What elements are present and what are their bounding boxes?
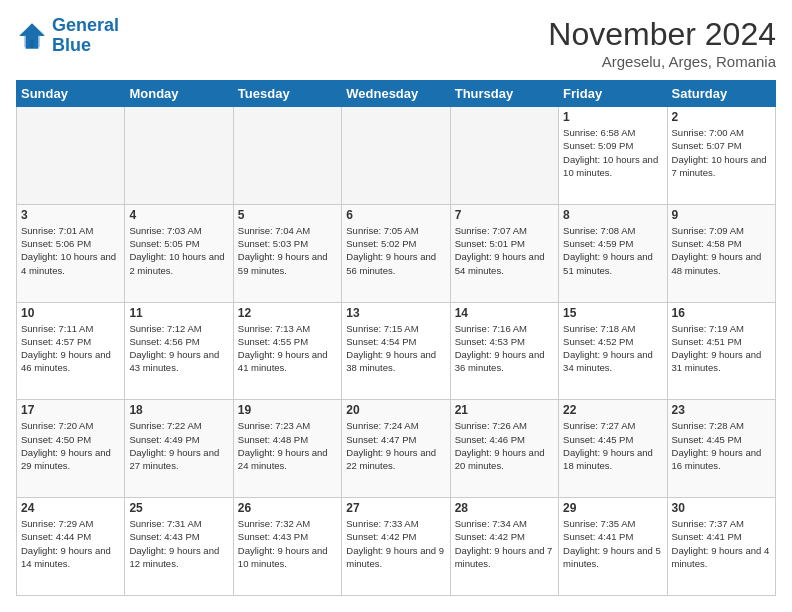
logo-text: General Blue [52, 16, 119, 56]
day-number: 30 [672, 501, 771, 515]
calendar-cell [450, 107, 558, 205]
day-info: Sunrise: 7:04 AM Sunset: 5:03 PM Dayligh… [238, 224, 337, 277]
calendar-cell: 11Sunrise: 7:12 AM Sunset: 4:56 PM Dayli… [125, 302, 233, 400]
day-info: Sunrise: 7:19 AM Sunset: 4:51 PM Dayligh… [672, 322, 771, 375]
calendar-header-row: SundayMondayTuesdayWednesdayThursdayFrid… [17, 81, 776, 107]
day-header-tuesday: Tuesday [233, 81, 341, 107]
calendar-cell: 29Sunrise: 7:35 AM Sunset: 4:41 PM Dayli… [559, 498, 667, 596]
day-number: 29 [563, 501, 662, 515]
day-info: Sunrise: 7:12 AM Sunset: 4:56 PM Dayligh… [129, 322, 228, 375]
calendar-week-2: 3Sunrise: 7:01 AM Sunset: 5:06 PM Daylig… [17, 204, 776, 302]
day-info: Sunrise: 7:16 AM Sunset: 4:53 PM Dayligh… [455, 322, 554, 375]
calendar-cell: 9Sunrise: 7:09 AM Sunset: 4:58 PM Daylig… [667, 204, 775, 302]
calendar-cell: 6Sunrise: 7:05 AM Sunset: 5:02 PM Daylig… [342, 204, 450, 302]
day-info: Sunrise: 7:29 AM Sunset: 4:44 PM Dayligh… [21, 517, 120, 570]
day-header-monday: Monday [125, 81, 233, 107]
day-info: Sunrise: 7:13 AM Sunset: 4:55 PM Dayligh… [238, 322, 337, 375]
day-info: Sunrise: 7:18 AM Sunset: 4:52 PM Dayligh… [563, 322, 662, 375]
day-info: Sunrise: 7:20 AM Sunset: 4:50 PM Dayligh… [21, 419, 120, 472]
calendar-cell: 7Sunrise: 7:07 AM Sunset: 5:01 PM Daylig… [450, 204, 558, 302]
calendar-cell: 8Sunrise: 7:08 AM Sunset: 4:59 PM Daylig… [559, 204, 667, 302]
calendar: SundayMondayTuesdayWednesdayThursdayFrid… [16, 80, 776, 596]
day-info: Sunrise: 7:28 AM Sunset: 4:45 PM Dayligh… [672, 419, 771, 472]
day-number: 4 [129, 208, 228, 222]
day-info: Sunrise: 7:00 AM Sunset: 5:07 PM Dayligh… [672, 126, 771, 179]
title-block: November 2024 Argeselu, Arges, Romania [548, 16, 776, 70]
day-info: Sunrise: 7:32 AM Sunset: 4:43 PM Dayligh… [238, 517, 337, 570]
calendar-cell: 14Sunrise: 7:16 AM Sunset: 4:53 PM Dayli… [450, 302, 558, 400]
calendar-cell: 22Sunrise: 7:27 AM Sunset: 4:45 PM Dayli… [559, 400, 667, 498]
header: General Blue November 2024 Argeselu, Arg… [16, 16, 776, 70]
day-number: 19 [238, 403, 337, 417]
page: General Blue November 2024 Argeselu, Arg… [0, 0, 792, 612]
calendar-cell: 27Sunrise: 7:33 AM Sunset: 4:42 PM Dayli… [342, 498, 450, 596]
day-number: 28 [455, 501, 554, 515]
calendar-cell [342, 107, 450, 205]
calendar-cell: 30Sunrise: 7:37 AM Sunset: 4:41 PM Dayli… [667, 498, 775, 596]
calendar-cell: 26Sunrise: 7:32 AM Sunset: 4:43 PM Dayli… [233, 498, 341, 596]
day-number: 15 [563, 306, 662, 320]
calendar-cell: 20Sunrise: 7:24 AM Sunset: 4:47 PM Dayli… [342, 400, 450, 498]
day-header-saturday: Saturday [667, 81, 775, 107]
day-number: 6 [346, 208, 445, 222]
calendar-cell: 19Sunrise: 7:23 AM Sunset: 4:48 PM Dayli… [233, 400, 341, 498]
calendar-cell: 25Sunrise: 7:31 AM Sunset: 4:43 PM Dayli… [125, 498, 233, 596]
day-number: 2 [672, 110, 771, 124]
day-info: Sunrise: 7:01 AM Sunset: 5:06 PM Dayligh… [21, 224, 120, 277]
day-number: 22 [563, 403, 662, 417]
day-info: Sunrise: 7:22 AM Sunset: 4:49 PM Dayligh… [129, 419, 228, 472]
calendar-cell: 15Sunrise: 7:18 AM Sunset: 4:52 PM Dayli… [559, 302, 667, 400]
day-info: Sunrise: 7:33 AM Sunset: 4:42 PM Dayligh… [346, 517, 445, 570]
calendar-week-3: 10Sunrise: 7:11 AM Sunset: 4:57 PM Dayli… [17, 302, 776, 400]
day-number: 11 [129, 306, 228, 320]
logo: General Blue [16, 16, 119, 56]
logo-line1: General [52, 15, 119, 35]
day-info: Sunrise: 7:34 AM Sunset: 4:42 PM Dayligh… [455, 517, 554, 570]
day-info: Sunrise: 7:09 AM Sunset: 4:58 PM Dayligh… [672, 224, 771, 277]
day-number: 13 [346, 306, 445, 320]
day-info: Sunrise: 7:31 AM Sunset: 4:43 PM Dayligh… [129, 517, 228, 570]
day-number: 20 [346, 403, 445, 417]
day-number: 16 [672, 306, 771, 320]
calendar-cell: 18Sunrise: 7:22 AM Sunset: 4:49 PM Dayli… [125, 400, 233, 498]
day-info: Sunrise: 7:07 AM Sunset: 5:01 PM Dayligh… [455, 224, 554, 277]
calendar-cell: 17Sunrise: 7:20 AM Sunset: 4:50 PM Dayli… [17, 400, 125, 498]
day-number: 23 [672, 403, 771, 417]
calendar-cell: 5Sunrise: 7:04 AM Sunset: 5:03 PM Daylig… [233, 204, 341, 302]
day-number: 26 [238, 501, 337, 515]
day-number: 7 [455, 208, 554, 222]
calendar-week-1: 1Sunrise: 6:58 AM Sunset: 5:09 PM Daylig… [17, 107, 776, 205]
day-number: 3 [21, 208, 120, 222]
calendar-cell: 24Sunrise: 7:29 AM Sunset: 4:44 PM Dayli… [17, 498, 125, 596]
day-header-wednesday: Wednesday [342, 81, 450, 107]
day-info: Sunrise: 7:11 AM Sunset: 4:57 PM Dayligh… [21, 322, 120, 375]
day-header-thursday: Thursday [450, 81, 558, 107]
calendar-cell: 28Sunrise: 7:34 AM Sunset: 4:42 PM Dayli… [450, 498, 558, 596]
calendar-cell [125, 107, 233, 205]
calendar-cell: 23Sunrise: 7:28 AM Sunset: 4:45 PM Dayli… [667, 400, 775, 498]
logo-line2: Blue [52, 35, 91, 55]
day-header-sunday: Sunday [17, 81, 125, 107]
day-number: 17 [21, 403, 120, 417]
day-info: Sunrise: 7:26 AM Sunset: 4:46 PM Dayligh… [455, 419, 554, 472]
calendar-cell [17, 107, 125, 205]
calendar-week-5: 24Sunrise: 7:29 AM Sunset: 4:44 PM Dayli… [17, 498, 776, 596]
day-number: 9 [672, 208, 771, 222]
day-info: Sunrise: 7:35 AM Sunset: 4:41 PM Dayligh… [563, 517, 662, 570]
day-info: Sunrise: 7:03 AM Sunset: 5:05 PM Dayligh… [129, 224, 228, 277]
day-number: 1 [563, 110, 662, 124]
day-number: 8 [563, 208, 662, 222]
day-info: Sunrise: 7:27 AM Sunset: 4:45 PM Dayligh… [563, 419, 662, 472]
calendar-cell: 12Sunrise: 7:13 AM Sunset: 4:55 PM Dayli… [233, 302, 341, 400]
day-info: Sunrise: 7:15 AM Sunset: 4:54 PM Dayligh… [346, 322, 445, 375]
calendar-cell: 10Sunrise: 7:11 AM Sunset: 4:57 PM Dayli… [17, 302, 125, 400]
day-info: Sunrise: 7:37 AM Sunset: 4:41 PM Dayligh… [672, 517, 771, 570]
day-number: 10 [21, 306, 120, 320]
day-info: Sunrise: 7:08 AM Sunset: 4:59 PM Dayligh… [563, 224, 662, 277]
day-info: Sunrise: 7:05 AM Sunset: 5:02 PM Dayligh… [346, 224, 445, 277]
day-info: Sunrise: 7:23 AM Sunset: 4:48 PM Dayligh… [238, 419, 337, 472]
calendar-cell: 16Sunrise: 7:19 AM Sunset: 4:51 PM Dayli… [667, 302, 775, 400]
day-info: Sunrise: 7:24 AM Sunset: 4:47 PM Dayligh… [346, 419, 445, 472]
day-number: 12 [238, 306, 337, 320]
calendar-cell: 3Sunrise: 7:01 AM Sunset: 5:06 PM Daylig… [17, 204, 125, 302]
